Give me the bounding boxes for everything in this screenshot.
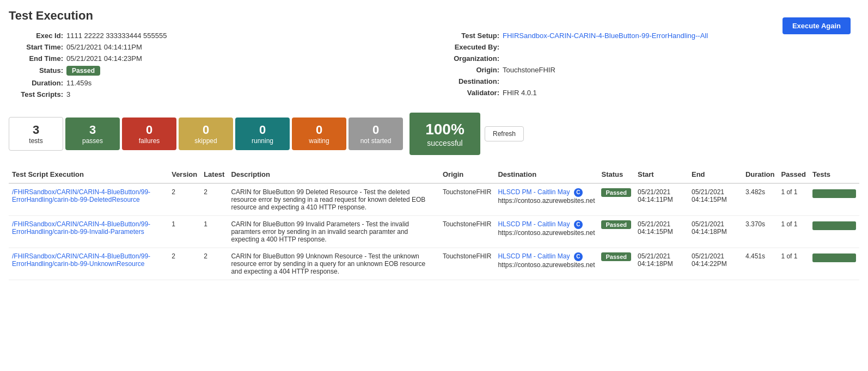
destination-label: Destination: bbox=[445, 77, 499, 85]
cell-duration: 4.451s bbox=[742, 248, 778, 280]
col-end: End bbox=[688, 166, 742, 183]
not-started-box: 0 not started bbox=[349, 118, 403, 150]
failures-box: 0 failures bbox=[122, 118, 176, 150]
cell-end: 05/21/2021 04:14:15PM bbox=[688, 183, 742, 216]
table-row: /FHIRSandbox/CARIN/CARIN-4-BlueButton/99… bbox=[9, 183, 859, 216]
exec-id-label: Exec Id: bbox=[9, 32, 63, 40]
cell-latest: 2 bbox=[200, 248, 228, 280]
test-scripts-value: 3 bbox=[66, 90, 70, 98]
validator-value: FHIR 4.0.1 bbox=[503, 89, 537, 97]
progress-bar-fill bbox=[812, 221, 856, 230]
validator-label: Validator: bbox=[445, 89, 499, 97]
destination-badge: C bbox=[574, 252, 583, 261]
table-header-row: Test Script Execution Version Latest Des… bbox=[9, 166, 859, 183]
col-script: Test Script Execution bbox=[9, 166, 168, 183]
cell-status: Passed bbox=[598, 215, 634, 248]
running-label: running bbox=[244, 137, 281, 145]
cell-status: Passed bbox=[598, 248, 634, 280]
script-link[interactable]: /FHIRSandbox/CARIN/CARIN-4-BlueButton/99… bbox=[12, 220, 150, 236]
skipped-box: 0 skipped bbox=[179, 118, 233, 150]
running-box: 0 running bbox=[235, 118, 290, 150]
cell-script: /FHIRSandbox/CARIN/CARIN-4-BlueButton/99… bbox=[9, 183, 168, 216]
cell-passed: 1 of 1 bbox=[778, 183, 809, 216]
col-latest: Latest bbox=[200, 166, 228, 183]
start-time-value: 05/21/2021 04:14:11PM bbox=[66, 43, 142, 51]
executed-by-label: Executed By: bbox=[445, 43, 499, 51]
col-version: Version bbox=[168, 166, 200, 183]
status-label: Status: bbox=[9, 66, 63, 75]
destination-link[interactable]: HLSCD PM - Caitlin May bbox=[498, 252, 570, 260]
cell-duration: 3.482s bbox=[742, 183, 778, 216]
origin-value: TouchstoneFHIR bbox=[503, 66, 555, 74]
destination-link[interactable]: HLSCD PM - Caitlin May bbox=[498, 188, 570, 196]
total-count: 3 bbox=[18, 123, 54, 137]
test-scripts-label: Test Scripts: bbox=[9, 90, 63, 98]
total-tests-box: 3 tests bbox=[9, 117, 63, 151]
refresh-button[interactable]: Refresh bbox=[485, 126, 524, 141]
failures-label: failures bbox=[131, 137, 168, 145]
cell-start: 05/21/2021 04:14:18PM bbox=[634, 248, 688, 280]
cell-destination: HLSCD PM - Caitlin May C https://contoso… bbox=[494, 248, 598, 280]
destination-url: https://contoso.azurewebsites.net bbox=[498, 197, 595, 205]
cell-tests bbox=[809, 183, 859, 216]
col-description: Description bbox=[228, 166, 439, 183]
waiting-label: waiting bbox=[301, 137, 338, 145]
waiting-count: 0 bbox=[301, 123, 338, 137]
test-setup-link[interactable]: FHIRSandbox-CARIN-CARIN-4-BlueButton-99-… bbox=[503, 32, 708, 40]
page-title: Test Execution bbox=[9, 9, 859, 23]
destination-badge: C bbox=[574, 188, 583, 197]
table-row: /FHIRSandbox/CARIN/CARIN-4-BlueButton/99… bbox=[9, 248, 859, 280]
duration-label: Duration: bbox=[9, 79, 63, 87]
organization-label: Organization: bbox=[445, 54, 499, 63]
cell-description: CARIN for BlueButton 99 Invalid Paramete… bbox=[228, 215, 439, 248]
script-link[interactable]: /FHIRSandbox/CARIN/CARIN-4-BlueButton/99… bbox=[12, 188, 150, 203]
status-badge: Passed bbox=[601, 220, 631, 229]
waiting-box: 0 waiting bbox=[292, 118, 346, 150]
col-passed: Passed bbox=[778, 166, 809, 183]
cell-latest: 1 bbox=[200, 215, 228, 248]
destination-link[interactable]: HLSCD PM - Caitlin May bbox=[498, 220, 570, 228]
cell-duration: 3.370s bbox=[742, 215, 778, 248]
cell-tests bbox=[809, 248, 859, 280]
cell-script: /FHIRSandbox/CARIN/CARIN-4-BlueButton/99… bbox=[9, 215, 168, 248]
end-time-label: End Time: bbox=[9, 54, 63, 63]
total-label: tests bbox=[18, 137, 54, 145]
cell-latest: 2 bbox=[200, 183, 228, 216]
success-pct: 100% bbox=[420, 120, 469, 139]
running-count: 0 bbox=[244, 123, 281, 137]
progress-bar-container bbox=[812, 189, 856, 198]
cell-end: 05/21/2021 04:14:18PM bbox=[688, 215, 742, 248]
cell-passed: 1 of 1 bbox=[778, 248, 809, 280]
col-start: Start bbox=[634, 166, 688, 183]
cell-origin: TouchstoneFHIR bbox=[439, 183, 494, 216]
progress-bar-fill bbox=[812, 189, 856, 198]
results-table: Test Script Execution Version Latest Des… bbox=[9, 166, 859, 280]
cell-destination: HLSCD PM - Caitlin May C https://contoso… bbox=[494, 215, 598, 248]
script-link[interactable]: /FHIRSandbox/CARIN/CARIN-4-BlueButton/99… bbox=[12, 252, 150, 268]
cell-script: /FHIRSandbox/CARIN/CARIN-4-BlueButton/99… bbox=[9, 248, 168, 280]
progress-bar-container bbox=[812, 253, 856, 262]
cell-origin: TouchstoneFHIR bbox=[439, 248, 494, 280]
status-badge: Passed bbox=[601, 188, 631, 197]
duration-value: 11.459s bbox=[66, 79, 91, 87]
execute-again-button[interactable]: Execute Again bbox=[783, 17, 851, 34]
passes-box: 3 passes bbox=[65, 118, 120, 150]
not-started-count: 0 bbox=[357, 123, 394, 137]
start-time-label: Start Time: bbox=[9, 43, 63, 51]
table-row: /FHIRSandbox/CARIN/CARIN-4-BlueButton/99… bbox=[9, 215, 859, 248]
col-status: Status bbox=[598, 166, 634, 183]
success-box: 100% successful bbox=[409, 113, 480, 155]
cell-status: Passed bbox=[598, 183, 634, 216]
passes-count: 3 bbox=[74, 123, 111, 137]
cell-start: 05/21/2021 04:14:15PM bbox=[634, 215, 688, 248]
cell-start: 05/21/2021 04:14:11PM bbox=[634, 183, 688, 216]
progress-bar-fill bbox=[812, 253, 856, 262]
test-setup-label: Test Setup: bbox=[445, 32, 499, 40]
cell-passed: 1 of 1 bbox=[778, 215, 809, 248]
skipped-count: 0 bbox=[187, 123, 224, 137]
exec-id-value: 1111 22222 333333444 555555 bbox=[66, 32, 167, 40]
col-destination: Destination bbox=[494, 166, 598, 183]
cell-end: 05/21/2021 04:14:22PM bbox=[688, 248, 742, 280]
status-badge: Passed bbox=[66, 66, 100, 76]
destination-badge: C bbox=[574, 220, 583, 229]
